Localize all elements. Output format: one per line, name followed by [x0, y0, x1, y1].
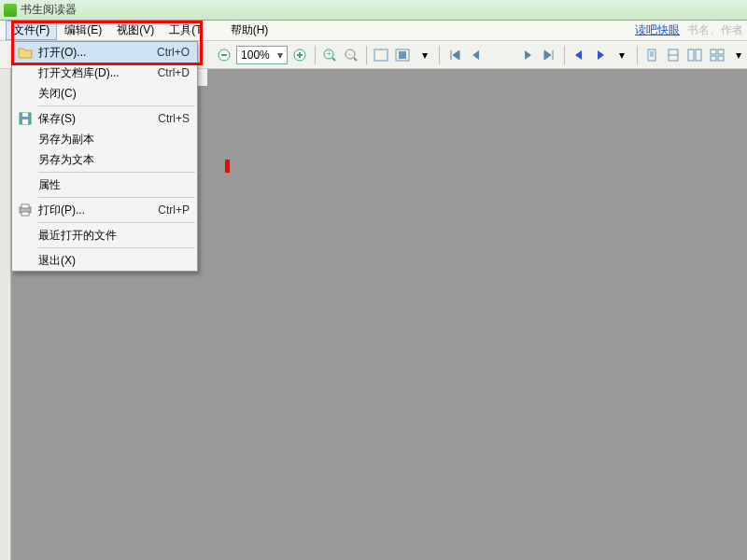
menu-item[interactable]: 另存为副本 — [12, 129, 197, 149]
zoom-level[interactable]: 100%▾ — [236, 46, 288, 64]
nav-back-icon[interactable] — [571, 46, 588, 64]
annotation-marker — [225, 160, 230, 173]
svg-rect-21 — [696, 49, 701, 61]
menu-item-label: 另存为文本 — [38, 152, 190, 168]
menu-bar: 文件(F) 编辑(E) 视图(V) 工具(T 帮助(H) 读吧快眼 书名、作者、 — [0, 21, 747, 41]
chevron-down-icon[interactable]: ▾ — [729, 46, 747, 64]
menu-item-shortcut: Ctrl+D — [158, 66, 190, 79]
menu-item[interactable]: 打印(P)...Ctrl+P — [12, 200, 197, 220]
menu-item[interactable]: 打开(O)...Ctrl+O — [12, 42, 197, 63]
facing-icon[interactable] — [686, 46, 704, 64]
menu-item[interactable]: 打开文档库(D)...Ctrl+D — [12, 63, 197, 83]
svg-rect-25 — [718, 56, 724, 61]
fit-width-icon[interactable] — [373, 46, 390, 64]
chevron-down-icon[interactable]: ▾ — [613, 46, 631, 64]
title-bar: 书生阅读器 — [0, 0, 747, 21]
menu-item[interactable]: 退出(X) — [12, 250, 197, 271]
svg-rect-30 — [21, 204, 29, 208]
menu-file[interactable]: 文件(F) — [6, 21, 57, 40]
file-menu-dropdown: 打开(O)...Ctrl+O打开文档库(D)...Ctrl+D关闭(C)保存(S… — [11, 41, 198, 272]
zoom-in-icon[interactable] — [291, 46, 309, 64]
magnify-plus-icon[interactable]: + — [321, 46, 339, 64]
menu-item-label: 打开文档库(D)... — [38, 65, 158, 81]
menu-item-label: 退出(X) — [38, 253, 190, 269]
menu-item-shortcut: Ctrl+P — [158, 203, 190, 217]
svg-rect-13 — [399, 51, 406, 59]
chevron-down-icon[interactable]: ▾ — [416, 46, 433, 64]
svg-line-6 — [332, 58, 335, 61]
menu-help[interactable]: 帮助(H) — [223, 21, 276, 40]
zoom-out-icon[interactable] — [215, 46, 233, 64]
folder-icon — [12, 46, 38, 59]
menu-item-label: 关闭(C) — [38, 86, 190, 102]
svg-rect-11 — [374, 49, 388, 61]
search-box[interactable]: 书名、作者、 — [687, 22, 741, 38]
svg-rect-23 — [718, 49, 724, 54]
menu-item-label: 最近打开的文件 — [38, 228, 190, 244]
menu-item-label: 打印(P)... — [38, 203, 158, 218]
last-page-icon[interactable] — [541, 46, 558, 64]
menu-item-label: 保存(S) — [38, 111, 158, 127]
svg-rect-14 — [648, 49, 655, 61]
svg-rect-22 — [711, 49, 716, 54]
svg-text:+: + — [327, 49, 331, 58]
svg-rect-20 — [688, 49, 694, 61]
svg-rect-27 — [22, 119, 28, 124]
nav-forward-icon[interactable] — [592, 46, 610, 64]
svg-text:-: - — [348, 49, 351, 58]
menu-item[interactable]: 最近打开的文件 — [12, 225, 197, 245]
prev-page-icon[interactable] — [467, 46, 485, 64]
fit-page-icon[interactable] — [394, 46, 412, 64]
menu-item[interactable]: 保存(S)Ctrl+S — [12, 108, 197, 129]
menu-item-shortcut: Ctrl+S — [158, 112, 190, 125]
continuous-icon[interactable] — [665, 46, 683, 64]
menu-item-label: 属性 — [38, 177, 190, 193]
menu-item[interactable]: 另存为文本 — [12, 149, 197, 170]
menu-item-label: 打开(O)... — [38, 45, 157, 61]
menu-view[interactable]: 视图(V) — [109, 21, 162, 40]
quick-link[interactable]: 读吧快眼 — [635, 22, 680, 38]
save-icon — [12, 112, 38, 125]
print-icon — [12, 203, 38, 217]
app-logo — [4, 4, 17, 17]
svg-rect-24 — [711, 56, 716, 61]
svg-rect-31 — [21, 212, 29, 216]
menu-item[interactable]: 属性 — [12, 175, 197, 195]
app-title: 书生阅读器 — [21, 2, 77, 18]
next-page-icon[interactable] — [519, 46, 537, 64]
side-gutter — [0, 69, 11, 560]
grid-view-icon[interactable] — [708, 46, 726, 64]
svg-line-9 — [354, 58, 357, 61]
first-page-icon[interactable] — [445, 46, 463, 64]
magnify-minus-icon[interactable]: - — [343, 46, 360, 64]
svg-rect-28 — [22, 113, 28, 117]
single-page-icon[interactable] — [643, 46, 661, 64]
menu-item-shortcut: Ctrl+O — [157, 46, 190, 59]
chevron-down-icon[interactable]: ▾ — [274, 49, 287, 62]
menu-item-label: 另存为副本 — [38, 132, 190, 147]
menu-item[interactable]: 关闭(C) — [12, 83, 197, 104]
menu-tool[interactable]: 工具(T — [162, 21, 209, 40]
menu-edit[interactable]: 编辑(E) — [57, 21, 109, 40]
